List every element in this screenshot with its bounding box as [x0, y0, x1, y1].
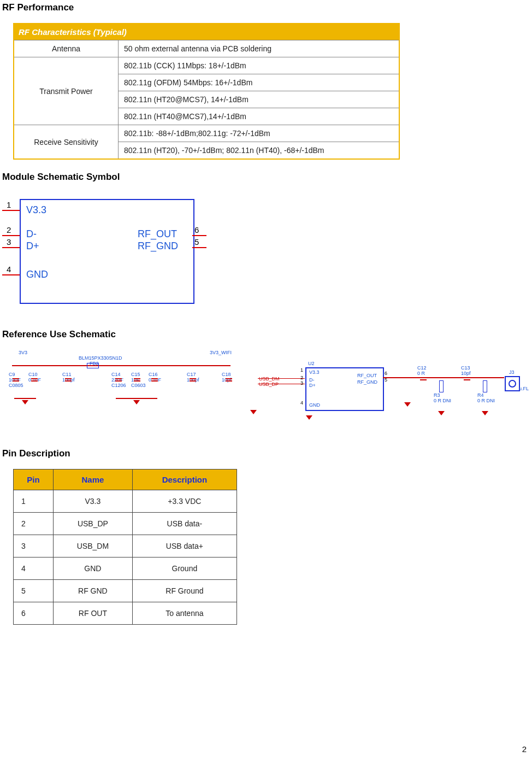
cell: 4 — [14, 558, 54, 580]
cell: To antenna — [132, 602, 237, 625]
pin-number: 6 — [194, 225, 199, 234]
table-header: Pin — [14, 470, 54, 490]
net-label: 3V3_WIFI — [210, 350, 232, 355]
pin-label: D+ — [309, 383, 316, 388]
cell: RF OUT — [54, 602, 133, 625]
ground-icon — [250, 410, 257, 414]
resistor-icon — [483, 380, 487, 392]
table-row: 1 V3.3 +3.3 VDC — [14, 490, 237, 513]
cell: USB data- — [132, 513, 237, 535]
rf-row-value: 802.11b (CCK) 11Mbps: 18+/-1dBm — [119, 57, 400, 74]
pin-number: 3 — [300, 380, 303, 386]
pin-number: 2 — [7, 225, 11, 234]
pin-number: 4 — [300, 400, 303, 406]
pin-label: RF_GND — [138, 240, 178, 252]
rf-row-label: Antenna — [14, 40, 119, 57]
table-row: 4 GND Ground — [14, 558, 237, 580]
rf-row-value: 50 ohm external antenna via PCB solderin… — [119, 40, 400, 57]
reference-schematic: 3V3 3V3_WIFI BLM15PX330SN1D FB2 C9 10UF … — [2, 350, 523, 443]
pin-number: 1 — [300, 367, 303, 373]
part-ref: C16 — [149, 372, 158, 377]
cell: Ground — [132, 558, 237, 580]
part-ref: U2 — [308, 361, 315, 366]
heading-rf-performance: RF Performance — [2, 2, 527, 13]
cell: 2 — [14, 513, 54, 535]
pin-label: V3.3 — [26, 204, 46, 216]
pin-label: D- — [309, 377, 315, 383]
rf-table-header: RF Characteristics (Typical) — [14, 24, 399, 40]
pin-line — [2, 235, 20, 236]
net-label: USB_DP — [259, 382, 279, 387]
net-label: 3V3 — [19, 350, 27, 355]
part-ref: C9 — [9, 372, 15, 377]
rf-row-label: Receive Sensitivity — [14, 125, 119, 160]
part-ref: C14 — [111, 372, 121, 377]
wire — [258, 384, 305, 384]
pin-label: GND — [26, 269, 48, 280]
pin-line — [192, 247, 206, 248]
pin-line — [2, 210, 20, 211]
pin-line — [2, 247, 20, 248]
part-ref: C18 — [222, 372, 231, 377]
ground-icon — [482, 411, 488, 415]
pin-label: RF_OUT — [138, 228, 177, 240]
resistor-icon — [439, 380, 444, 392]
pin-number: 4 — [7, 265, 11, 274]
table-row: 2 USB_DP USB data- — [14, 513, 237, 535]
rf-row-value: 802.11g (OFDM) 54Mbps: 16+/-1dBm — [119, 74, 400, 91]
cell: 6 — [14, 602, 54, 625]
capacitor-icon — [15, 373, 16, 386]
ferrite-bead-icon — [87, 363, 99, 368]
cell: +3.3 VDC — [132, 490, 237, 513]
heading-pin-description: Pin Description — [2, 448, 527, 459]
part-ref: R3 — [434, 392, 440, 398]
pin-number: 2 — [300, 375, 303, 380]
rf-row-value: 802.11b: -88+/-1dBm;802.11g: -72+/-1dBm — [119, 125, 400, 142]
ground-icon — [404, 402, 411, 407]
capacitor-icon — [228, 373, 229, 386]
pin-number: 5 — [194, 237, 199, 247]
part-ref: R4 — [477, 392, 484, 398]
pin-label: D+ — [26, 240, 39, 252]
pin-line — [2, 274, 20, 275]
table-row: 6 RF OUT To antenna — [14, 602, 237, 625]
part-val: 0 R DNI — [434, 398, 451, 403]
rf-characteristics-table: RF Characteristics (Typical) Antenna 50 … — [13, 23, 400, 160]
capacitor-icon — [34, 373, 35, 386]
table-header: Description — [132, 470, 237, 490]
wire — [12, 365, 230, 366]
wire — [116, 398, 157, 399]
part-type: u.FL — [519, 386, 529, 391]
wire — [258, 378, 305, 379]
heading-schematic-symbol: Module Schematic Symbol — [2, 172, 527, 183]
net-label: USB_DM — [259, 376, 280, 382]
part-ref: C13 — [461, 365, 470, 371]
ground-icon — [306, 415, 312, 420]
cell: RF Ground — [132, 580, 237, 602]
pin-label: RF_GND — [357, 379, 377, 385]
part-ref: C15 — [131, 372, 140, 377]
part-val: 0 R DNI — [477, 398, 495, 403]
capacitor-icon — [466, 372, 468, 385]
cell: GND — [54, 558, 133, 580]
table-row: 5 RF GND RF Ground — [14, 580, 237, 602]
part-ref: J3 — [509, 369, 515, 375]
cell: 5 — [14, 580, 54, 602]
capacitor-icon — [137, 373, 138, 386]
pin-line — [192, 235, 206, 236]
rf-row-value: 802.11n (HT40@MCS7),14+/-1dBm — [119, 108, 400, 125]
schematic-symbol: 1 V3.3 2 D- 3 D+ 4 GND RF_OUT 6 RF_GND 5 — [2, 192, 199, 307]
wire — [383, 377, 504, 378]
part-val: 10pf — [461, 371, 471, 376]
wire — [14, 398, 36, 399]
pin-description-table: Pin Name Description 1 V3.3 +3.3 VDC 2 U… — [13, 469, 237, 625]
part-pn: BLM15PX330SN1D — [79, 355, 122, 361]
ground-icon — [133, 400, 140, 404]
part-pkg: C0603 — [131, 383, 146, 388]
cell: USB_DP — [54, 513, 133, 535]
rf-row-label: Transmit Power — [14, 57, 119, 125]
pin-number: 1 — [7, 200, 11, 209]
cell: USB data+ — [132, 535, 237, 558]
cell: RF GND — [54, 580, 133, 602]
part-ref: C10 — [28, 372, 38, 377]
